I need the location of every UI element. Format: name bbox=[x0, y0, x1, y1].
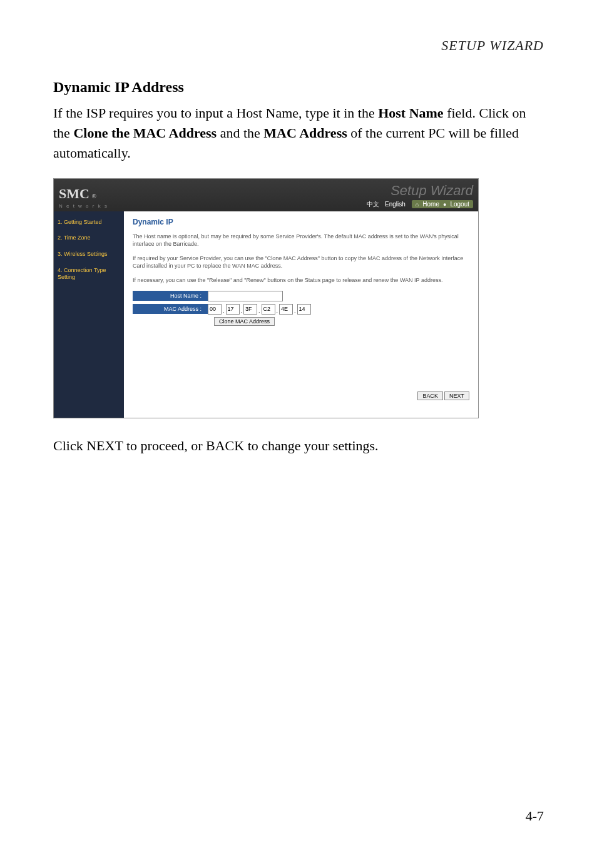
closing-text: to change your settings. bbox=[244, 438, 378, 453]
content-paragraph-2: If required by your Service Provider, yo… bbox=[133, 255, 469, 270]
logo-subtext: N e t w o r k s bbox=[59, 203, 108, 209]
wizard-title-text: Setup Wizard bbox=[390, 183, 473, 198]
intro-paragraph: If the ISP requires you to input a Host … bbox=[53, 103, 544, 163]
mac-octet-5[interactable] bbox=[279, 304, 293, 315]
bold-host-name: Host Name bbox=[378, 105, 443, 121]
logo-text: SMC bbox=[59, 186, 89, 202]
back-button[interactable]: BACK bbox=[417, 391, 443, 400]
screenshot-header: SMC ® N e t w o r k s Setup Wizard 中文 En… bbox=[54, 179, 478, 211]
intro-text: and the bbox=[217, 125, 263, 141]
mac-octet-6[interactable] bbox=[297, 304, 311, 315]
wizard-title: Setup Wizard bbox=[390, 183, 473, 199]
home-link[interactable]: Home bbox=[422, 201, 439, 208]
sidebar-step-2[interactable]: 2. Time Zone bbox=[58, 235, 120, 242]
content-paragraph-1: The Host name is optional, but may be re… bbox=[133, 233, 469, 248]
mac-sep: . bbox=[258, 308, 260, 314]
mac-address-inputs: . . . . . bbox=[208, 304, 311, 315]
page-number: 4-7 bbox=[526, 808, 544, 824]
content-paragraph-3: If necessary, you can use the "Release" … bbox=[133, 276, 469, 285]
wizard-content: Dynamic IP The Host name is optional, bu… bbox=[124, 211, 478, 418]
bold-next: NEXT bbox=[86, 438, 123, 453]
mac-octet-1[interactable] bbox=[208, 304, 222, 315]
logout-icon: ● bbox=[443, 201, 446, 208]
embedded-screenshot: SMC ® N e t w o r k s Setup Wizard 中文 En… bbox=[53, 178, 479, 418]
logout-link[interactable]: Logout bbox=[450, 201, 469, 208]
home-icon: ⌂ bbox=[416, 201, 419, 208]
sidebar-step-3[interactable]: 3. Wireless Settings bbox=[58, 251, 120, 258]
running-head: SETUP WIZARD bbox=[53, 38, 544, 54]
language-switch[interactable]: 中文 English bbox=[363, 200, 406, 209]
mac-sep: . bbox=[223, 308, 225, 314]
sidebar-step-1[interactable]: 1. Getting Started bbox=[58, 219, 120, 226]
mac-octet-4[interactable] bbox=[262, 304, 275, 315]
lang-en[interactable]: English bbox=[385, 201, 406, 208]
host-name-label: Host Name : bbox=[133, 291, 208, 301]
closing-text: to proceed, or bbox=[123, 438, 206, 453]
mac-sep: . bbox=[294, 308, 296, 314]
closing-text: Click bbox=[53, 438, 86, 453]
mac-sep: . bbox=[277, 308, 278, 314]
content-title: Dynamic IP bbox=[133, 218, 469, 226]
bold-mac-address: MAC Address bbox=[263, 125, 347, 141]
bold-back: BACK bbox=[206, 438, 244, 453]
closing-paragraph: Click NEXT to proceed, or BACK to change… bbox=[53, 436, 544, 456]
intro-text: If the ISP requires you to input a Host … bbox=[53, 105, 378, 121]
logo-block: SMC ® N e t w o r k s bbox=[59, 186, 108, 209]
mac-octet-3[interactable] bbox=[243, 304, 257, 315]
mac-address-label: MAC Address : bbox=[133, 304, 208, 314]
mac-octet-2[interactable] bbox=[226, 304, 240, 315]
mac-sep: . bbox=[241, 308, 243, 314]
wizard-sidebar: 1. Getting Started 2. Time Zone 3. Wirel… bbox=[54, 211, 124, 418]
bold-clone-mac: Clone the MAC Address bbox=[73, 125, 217, 141]
host-name-input[interactable] bbox=[208, 291, 283, 301]
logo-registered: ® bbox=[92, 193, 96, 199]
clone-mac-button[interactable]: Clone MAC Address bbox=[214, 317, 275, 326]
next-button[interactable]: NEXT bbox=[444, 391, 469, 400]
section-title: Dynamic IP Address bbox=[53, 79, 544, 96]
lang-zh[interactable]: 中文 bbox=[367, 201, 379, 208]
sidebar-step-4[interactable]: 4. Connection Type Setting bbox=[58, 267, 120, 281]
